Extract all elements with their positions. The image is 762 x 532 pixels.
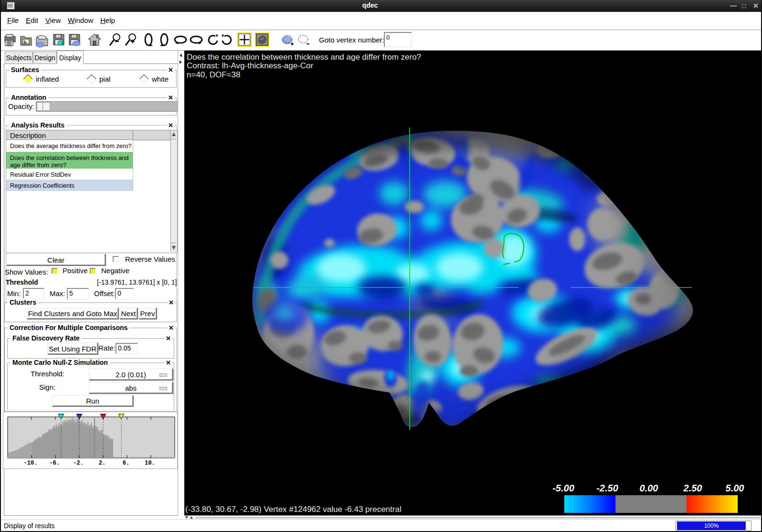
svg-text:-10.: -10. — [24, 460, 38, 467]
svg-text:6.: 6. — [123, 460, 129, 467]
svg-text:10.: 10. — [145, 460, 155, 467]
svg-text:-2.: -2. — [73, 460, 84, 467]
svg-text:-6.: -6. — [49, 460, 60, 467]
svg-text:2.: 2. — [99, 460, 106, 467]
